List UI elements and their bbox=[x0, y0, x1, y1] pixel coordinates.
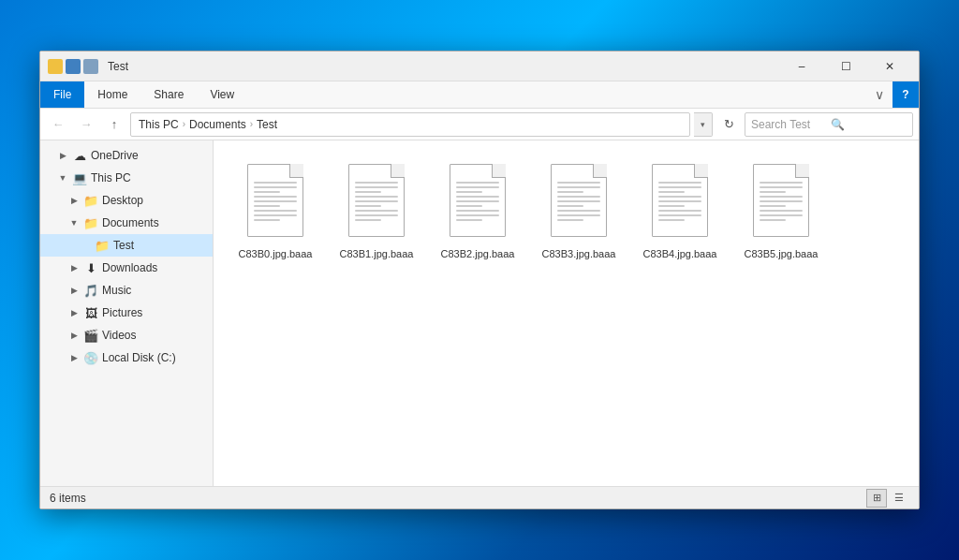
file-name: C83B2.jpg.baaa bbox=[441, 247, 515, 260]
breadcrumb-test[interactable]: Test bbox=[257, 118, 277, 131]
file-icon bbox=[445, 164, 510, 243]
search-placeholder-text: Search Test bbox=[751, 118, 827, 131]
search-icon: 🔍 bbox=[831, 118, 907, 131]
test-expand-icon bbox=[80, 240, 91, 251]
sidebar-item-onedrive[interactable]: ▶ ☁ OneDrive bbox=[40, 144, 213, 167]
breadcrumb-sep-2: › bbox=[250, 119, 253, 129]
breadcrumb-documents[interactable]: Documents bbox=[189, 118, 246, 131]
documents-label: Documents bbox=[102, 216, 159, 229]
close-button[interactable]: ✕ bbox=[868, 52, 911, 81]
status-bar: 6 items ⊞ ☰ bbox=[40, 486, 919, 508]
test-label: Test bbox=[113, 239, 134, 252]
file-icon bbox=[344, 164, 409, 243]
file-item[interactable]: C83B4.jpg.baaa bbox=[633, 155, 727, 265]
title-bar: Test – ☐ ✕ bbox=[40, 52, 919, 81]
file-name: C83B4.jpg.baaa bbox=[643, 247, 717, 260]
music-icon: 🎵 bbox=[83, 283, 98, 298]
up-button[interactable]: ↑ bbox=[102, 112, 126, 137]
sidebar-item-pictures[interactable]: ▶ 🖼 Pictures bbox=[40, 302, 213, 324]
file-icon bbox=[748, 164, 814, 243]
this-pc-icon: 💻 bbox=[72, 170, 87, 185]
file-icon bbox=[546, 164, 612, 243]
file-name: C83B0.jpg.baaa bbox=[239, 247, 313, 260]
desktop-label: Desktop bbox=[102, 194, 143, 207]
refresh-button[interactable]: ↻ bbox=[716, 112, 741, 137]
file-name: C83B5.jpg.baaa bbox=[745, 247, 819, 260]
downloads-expand-icon: ▶ bbox=[68, 262, 80, 273]
ribbon: File Home Share View ∨ ? bbox=[40, 81, 919, 109]
titlebar-arrow-icon bbox=[83, 59, 98, 74]
file-item[interactable]: C83B2.jpg.baaa bbox=[431, 155, 524, 265]
titlebar-folder-icon bbox=[48, 59, 63, 74]
main-area: ▶ ☁ OneDrive ▼ 💻 This PC ▶ 📁 Desktop ▼ 📁… bbox=[40, 140, 919, 486]
videos-expand-icon: ▶ bbox=[68, 330, 80, 341]
sidebar: ▶ ☁ OneDrive ▼ 💻 This PC ▶ 📁 Desktop ▼ 📁… bbox=[40, 140, 214, 486]
file-grid: C83B0.jpg.baaaC83B1.jpg.baaaC83B2.jpg.ba… bbox=[229, 155, 904, 265]
forward-button[interactable]: → bbox=[74, 112, 98, 137]
minimize-button[interactable]: – bbox=[780, 52, 823, 81]
title-bar-icons bbox=[48, 59, 98, 74]
pictures-icon: 🖼 bbox=[83, 305, 98, 320]
view-large-icons-button[interactable]: ⊞ bbox=[866, 489, 887, 508]
maximize-button[interactable]: ☐ bbox=[824, 52, 867, 81]
local-disk-label: Local Disk (C:) bbox=[102, 351, 176, 364]
sidebar-item-desktop[interactable]: ▶ 📁 Desktop bbox=[40, 189, 213, 212]
address-path[interactable]: This PC › Documents › Test bbox=[130, 112, 690, 137]
tab-home[interactable]: Home bbox=[84, 81, 140, 108]
view-controls: ⊞ ☰ bbox=[866, 489, 909, 508]
file-name: C83B1.jpg.baaa bbox=[340, 247, 414, 260]
tab-view[interactable]: View bbox=[197, 81, 247, 108]
explorer-window: Test – ☐ ✕ File Home Share View ∨ ? ← → … bbox=[39, 51, 920, 509]
file-item[interactable]: C83B1.jpg.baaa bbox=[330, 155, 423, 265]
videos-icon: 🎬 bbox=[83, 328, 98, 343]
pictures-label: Pictures bbox=[102, 306, 142, 319]
music-expand-icon: ▶ bbox=[68, 285, 80, 296]
back-button[interactable]: ← bbox=[46, 112, 70, 137]
file-item[interactable]: C83B0.jpg.baaa bbox=[229, 155, 322, 265]
test-folder-icon: 📁 bbox=[95, 238, 110, 253]
onedrive-label: OneDrive bbox=[91, 149, 139, 162]
help-button[interactable]: ? bbox=[893, 81, 919, 108]
titlebar-blue-icon bbox=[66, 59, 81, 74]
status-item-count: 6 items bbox=[50, 492, 86, 505]
sidebar-item-test[interactable]: 📁 Test bbox=[40, 234, 213, 257]
sidebar-item-local-disk[interactable]: ▶ 💿 Local Disk (C:) bbox=[40, 346, 213, 369]
sidebar-item-music[interactable]: ▶ 🎵 Music bbox=[40, 279, 213, 302]
this-pc-label: This PC bbox=[91, 171, 131, 184]
breadcrumb-this-pc[interactable]: This PC bbox=[139, 118, 179, 131]
local-disk-expand-icon: ▶ bbox=[68, 352, 80, 363]
sidebar-item-this-pc[interactable]: ▼ 💻 This PC bbox=[40, 167, 213, 189]
onedrive-icon: ☁ bbox=[72, 148, 87, 163]
search-box[interactable]: Search Test 🔍 bbox=[745, 112, 913, 137]
desktop-icon: 📁 bbox=[83, 193, 98, 208]
documents-icon: 📁 bbox=[83, 215, 98, 230]
content-area: C83B0.jpg.baaaC83B1.jpg.baaaC83B2.jpg.ba… bbox=[214, 140, 919, 486]
sidebar-item-documents[interactable]: ▼ 📁 Documents bbox=[40, 212, 213, 234]
downloads-icon: ⬇ bbox=[83, 260, 98, 275]
this-pc-expand-icon: ▼ bbox=[57, 172, 68, 184]
sidebar-item-videos[interactable]: ▶ 🎬 Videos bbox=[40, 324, 213, 346]
view-details-button[interactable]: ☰ bbox=[889, 489, 909, 508]
sidebar-item-downloads[interactable]: ▶ ⬇ Downloads bbox=[40, 257, 213, 279]
window-controls: – ☐ ✕ bbox=[780, 52, 911, 81]
videos-label: Videos bbox=[102, 329, 136, 342]
tab-share[interactable]: Share bbox=[140, 81, 197, 108]
file-item[interactable]: C83B5.jpg.baaa bbox=[734, 155, 828, 265]
tab-file[interactable]: File bbox=[40, 81, 84, 108]
file-item[interactable]: C83B3.jpg.baaa bbox=[532, 155, 626, 265]
ribbon-tabs: File Home Share View ∨ ? bbox=[40, 81, 919, 108]
onedrive-expand-icon: ▶ bbox=[57, 150, 68, 161]
window-title: Test bbox=[108, 60, 780, 73]
documents-expand-icon: ▼ bbox=[68, 217, 80, 228]
address-bar: ← → ↑ This PC › Documents › Test ▾ ↻ Sea… bbox=[40, 109, 919, 140]
desktop-expand-icon: ▶ bbox=[68, 195, 80, 206]
pictures-expand-icon: ▶ bbox=[68, 307, 80, 318]
address-dropdown-button[interactable]: ▾ bbox=[694, 112, 713, 137]
ribbon-expand-icon[interactable]: ∨ bbox=[866, 81, 893, 108]
local-disk-icon: 💿 bbox=[83, 350, 98, 365]
downloads-label: Downloads bbox=[102, 261, 157, 274]
file-icon bbox=[647, 164, 713, 243]
file-name: C83B3.jpg.baaa bbox=[542, 247, 616, 260]
file-icon bbox=[243, 164, 308, 243]
music-label: Music bbox=[102, 284, 131, 297]
